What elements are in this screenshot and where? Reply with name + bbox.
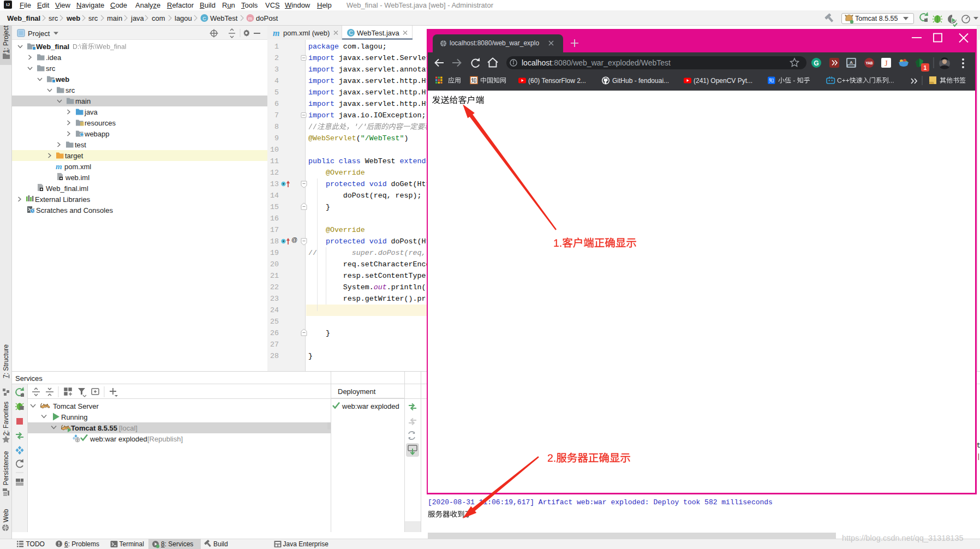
- svg-text:1: 1: [924, 64, 927, 71]
- svg-text:J: J: [885, 59, 888, 68]
- svg-text:A: A: [850, 60, 853, 65]
- svg-text:YAB: YAB: [865, 61, 873, 65]
- svg-text:G: G: [814, 59, 818, 67]
